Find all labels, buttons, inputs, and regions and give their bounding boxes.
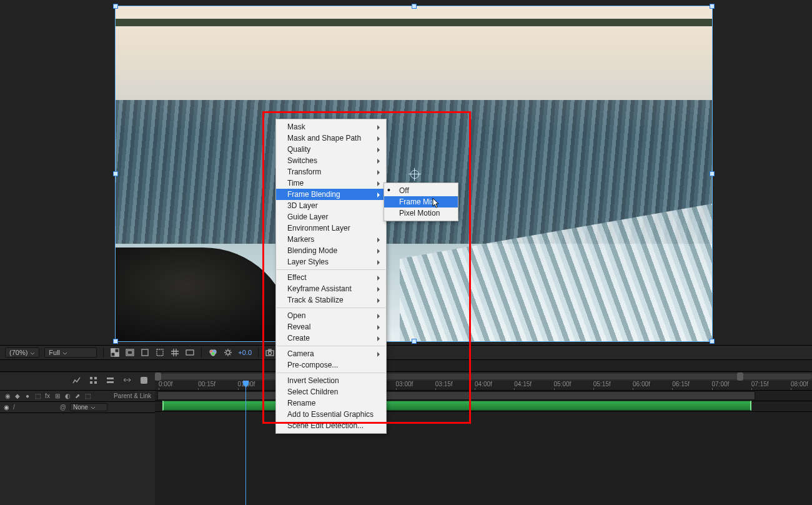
menu-item-3d-layer[interactable]: 3D Layer <box>276 200 386 211</box>
ruler-tick-label: 04:15f <box>514 381 532 388</box>
svg-rect-7 <box>186 350 194 355</box>
selection-handle[interactable] <box>710 339 714 343</box>
menu-item-pre-compose[interactable]: Pre-compose... <box>276 359 386 371</box>
layer-row[interactable]: ◉ / @ None <box>0 402 155 413</box>
exposure-value[interactable]: +0.0 <box>238 349 252 356</box>
layer-track[interactable] <box>155 401 812 412</box>
menu-separator <box>277 372 385 373</box>
snapshot-icon[interactable] <box>265 348 275 358</box>
color-mgmt-icon[interactable] <box>208 348 218 358</box>
zoom-dropdown[interactable]: (70%) <box>5 348 39 358</box>
ruler-tick: 04:00f <box>475 381 492 388</box>
menu-item-label: Create <box>287 334 310 342</box>
parent-link-dropdown[interactable]: None <box>70 403 107 411</box>
menu-item-reveal[interactable]: Reveal <box>276 321 386 332</box>
graph-editor-icon[interactable] <box>72 376 81 387</box>
transparency-grid-icon[interactable] <box>110 348 120 358</box>
grid-icon[interactable] <box>170 348 180 358</box>
selection-handle[interactable] <box>114 172 117 176</box>
menu-item-markers[interactable]: Markers <box>276 234 386 245</box>
menu-item-layer-styles[interactable]: Layer Styles <box>276 256 386 268</box>
menu-item-label: Environment Layer <box>287 224 350 232</box>
submenu-item-frame-mix[interactable]: Frame Mix <box>384 196 458 208</box>
mask-toggle-icon[interactable] <box>140 348 150 358</box>
menu-item-select-children[interactable]: Select Children <box>276 386 386 398</box>
menu-item-label: Track & Stabilize <box>287 296 344 304</box>
menu-item-switches[interactable]: Switches <box>276 155 386 166</box>
layer-inout-icon[interactable] <box>122 376 132 387</box>
ruler-tick: 03:15f <box>435 381 453 388</box>
menu-item-label: Keyframe Assistant <box>287 284 352 293</box>
menu-item-label: Rename <box>287 399 315 408</box>
parent-link-value: None <box>73 404 88 411</box>
frame-blending-submenu[interactable]: OffFrame MixPixel Motion <box>384 182 458 221</box>
svg-rect-4 <box>127 351 132 354</box>
svg-point-11 <box>226 351 230 354</box>
selection-handle[interactable] <box>710 172 714 176</box>
menu-item-camera[interactable]: Camera <box>276 348 386 359</box>
menu-item-scene-edit-detection[interactable]: Scene Edit Detection... <box>276 420 386 431</box>
solo-col-icon: ● <box>24 392 31 399</box>
ruler-tick: 00:15f <box>198 381 215 388</box>
selection-handle[interactable] <box>710 4 714 8</box>
menu-item-label: Layer Styles <box>287 258 329 266</box>
menu-item-effect[interactable]: Effect <box>276 272 386 283</box>
menu-item-rename[interactable]: Rename <box>276 398 386 409</box>
menu-item-add-to-essential-graphics[interactable]: Add to Essential Graphics <box>276 409 386 420</box>
layer-context-menu[interactable]: MaskMask and Shape PathQualitySwitchesTr… <box>275 119 387 434</box>
menu-item-mask-and-shape-path[interactable]: Mask and Shape Path <box>276 132 386 144</box>
anchor-point-icon[interactable] <box>410 170 419 179</box>
menu-item-quality[interactable]: Quality <box>276 144 386 155</box>
layer-modes-icon[interactable] <box>106 376 115 387</box>
menu-item-label: Select Children <box>287 388 338 396</box>
preview-time-strip[interactable] <box>0 360 812 372</box>
render-time-icon[interactable] <box>139 376 149 387</box>
chevron-down-icon <box>30 350 35 355</box>
menu-item-track-stabilize[interactable]: Track & Stabilize <box>276 294 386 306</box>
zoom-value: (70%) <box>9 349 27 356</box>
menu-item-keyframe-assistant[interactable]: Keyframe Assistant <box>276 283 386 294</box>
channel-icon[interactable] <box>185 348 195 358</box>
menu-item-time[interactable]: Time <box>276 178 386 189</box>
ruler-tick-label: 05:15f <box>593 381 611 388</box>
video-visible-icon[interactable]: ◉ <box>4 404 9 411</box>
menu-item-open[interactable]: Open <box>276 310 386 321</box>
svg-rect-21 <box>107 381 114 383</box>
selection-handle[interactable] <box>412 339 416 343</box>
resolution-dropdown[interactable]: Full <box>44 348 97 358</box>
timeline-tracks[interactable]: 0:00f00:15f01:00f01:15f02:00f02:15f03:00… <box>155 372 812 505</box>
ruler-tick-label: 06:00f <box>633 381 650 388</box>
composition-preview[interactable] <box>116 6 712 341</box>
svg-rect-6 <box>157 349 163 356</box>
menu-item-label: Guide Layer <box>287 212 328 221</box>
menu-item-label: Scene Edit Detection... <box>287 421 364 430</box>
selection-handle[interactable] <box>114 4 117 8</box>
layer-switches-icon[interactable] <box>89 376 98 387</box>
menu-item-create[interactable]: Create <box>276 332 386 344</box>
selection-handle[interactable] <box>114 339 117 343</box>
roi-icon[interactable] <box>155 348 165 358</box>
menu-item-label: Frame Blending <box>287 190 340 199</box>
submenu-item-off[interactable]: Off <box>384 185 458 196</box>
work-area-bar[interactable] <box>155 390 812 401</box>
menu-item-frame-blending[interactable]: Frame Blending <box>276 189 386 200</box>
parent-pickwhip-icon[interactable]: @ <box>60 404 66 411</box>
ruler-tick-label: 03:15f <box>435 381 453 388</box>
exposure-icon[interactable] <box>223 348 233 358</box>
playhead[interactable] <box>245 381 246 505</box>
menu-item-environment-layer[interactable]: Environment Layer <box>276 222 386 234</box>
submenu-item-pixel-motion[interactable]: Pixel Motion <box>384 208 458 219</box>
timeline-layer-columns: ◉ ◆ ● ⬚ fx ⊞ ◐ ⬈ ⬚ Parent & Link ◉ / @ N… <box>0 372 156 505</box>
safe-zones-icon[interactable] <box>125 348 135 358</box>
timeline-navigator[interactable] <box>155 372 812 381</box>
menu-item-transform[interactable]: Transform <box>276 166 386 178</box>
menu-item-invert-selection[interactable]: Invert Selection <box>276 375 386 386</box>
app-root: (70%) Full +0.0 <box>0 0 812 505</box>
ruler-tick-label: 0:00f <box>159 381 172 388</box>
menu-item-guide-layer[interactable]: Guide Layer <box>276 211 386 222</box>
time-ruler[interactable]: 0:00f00:15f01:00f01:15f02:00f02:15f03:00… <box>155 381 812 391</box>
selection-handle[interactable] <box>412 4 416 8</box>
layer-clip[interactable] <box>162 401 751 411</box>
menu-item-mask[interactable]: Mask <box>276 121 386 132</box>
menu-item-blending-mode[interactable]: Blending Mode <box>276 245 386 256</box>
